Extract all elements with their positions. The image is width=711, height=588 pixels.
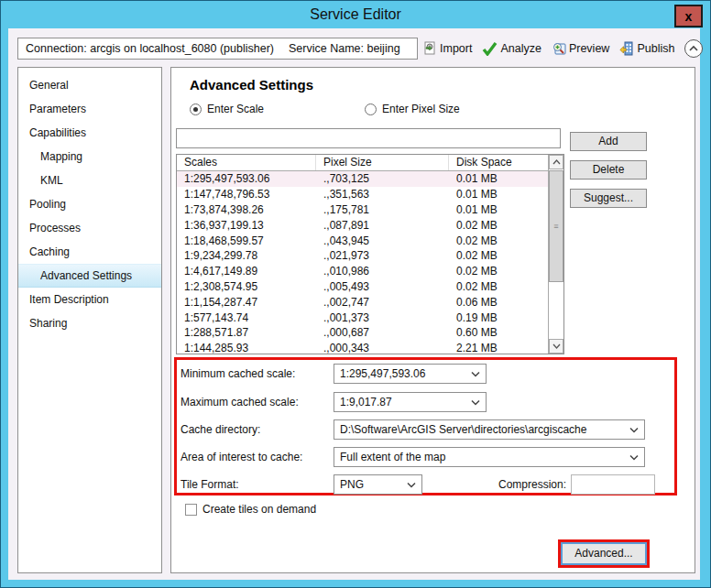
sidebar-item-caching[interactable]: Caching <box>18 240 161 264</box>
table-cell: 1:147,748,796.53 <box>177 188 316 201</box>
import-icon <box>422 41 437 56</box>
min-cached-scale-label: Minimum cached scale: <box>180 367 334 380</box>
tile-format-select[interactable]: PNG <box>334 474 422 495</box>
import-button[interactable]: Import <box>422 41 472 56</box>
table-row[interactable]: 1:144,285.93.,000,3432.21 MB <box>177 341 548 354</box>
table-cell: .,351,563 <box>316 188 449 201</box>
scroll-up-icon[interactable] <box>549 155 563 169</box>
chevron-down-icon <box>629 427 639 433</box>
import-label: Import <box>440 42 472 55</box>
area-of-interest-label: Area of interest to cache: <box>180 451 334 463</box>
table-scrollbar[interactable]: ≡ <box>548 155 563 354</box>
preview-button[interactable]: Preview <box>552 41 609 56</box>
table-row[interactable]: 1:18,468,599.57.,043,9450.02 MB <box>177 233 548 248</box>
table-cell: 1:73,874,398.26 <box>177 203 316 216</box>
analyze-label: Analyze <box>500 42 541 55</box>
min-cached-scale-select[interactable]: 1:295,497,593.06 <box>334 364 487 384</box>
table-cell: 2.21 MB <box>449 342 548 354</box>
max-cached-scale-label: Maximum cached scale: <box>180 396 334 408</box>
titlebar[interactable]: Service Editor <box>1 1 710 28</box>
table-cell: 1:295,497,593.06 <box>177 172 316 185</box>
page-title: Advanced Settings <box>190 77 313 93</box>
sidebar-item-sharing[interactable]: Sharing <box>18 311 161 335</box>
scales-table-header: Scales Pixel Size Disk Space <box>177 155 563 171</box>
table-row[interactable]: 1:2,308,574.95.,005,4930.02 MB <box>177 279 548 295</box>
table-row[interactable]: 1:295,497,593.06.,703,1250.01 MB <box>177 171 548 187</box>
sidebar-item-advanced-settings[interactable]: Advanced Settings <box>18 264 161 288</box>
tile-format-label: Tile Format: <box>180 478 334 491</box>
analyze-check-icon <box>482 42 498 56</box>
compression-input[interactable] <box>571 474 655 495</box>
cache-directory-label: Cache directory: <box>180 423 334 436</box>
column-header-disk-space[interactable]: Disk Space <box>449 155 563 170</box>
sidebar-item-item-description[interactable]: Item Description <box>18 288 161 311</box>
table-cell: 0.02 MB <box>449 280 548 293</box>
sidebar-item-kml[interactable]: KML <box>18 169 161 192</box>
enter-pixel-size-label: Enter Pixel Size <box>382 103 460 115</box>
column-header-pixel-size[interactable]: Pixel Size <box>316 155 449 170</box>
compression-label: Compression: <box>441 478 571 491</box>
table-cell: .,010,986 <box>316 265 449 278</box>
connection-text: Connection: arcgis on localhost_6080 (pu… <box>26 42 274 55</box>
sidebar-item-pooling[interactable]: Pooling <box>18 192 161 216</box>
column-header-scales[interactable]: Scales <box>177 155 316 170</box>
add-button[interactable]: Add <box>570 132 647 151</box>
sidebar-item-general[interactable]: General <box>18 73 161 97</box>
table-cell: .,703,125 <box>316 172 449 185</box>
table-cell: 0.60 MB <box>449 326 548 339</box>
main-panel: Advanced Settings Enter Scale Enter Pixe… <box>170 67 695 573</box>
area-of-interest-select[interactable]: Full extent of the map <box>334 447 645 467</box>
publish-button[interactable]: Publish <box>619 41 674 56</box>
table-cell: .,175,781 <box>316 203 449 216</box>
table-row[interactable]: 1:9,234,299.78.,021,9730.02 MB <box>177 248 548 264</box>
table-cell: 1:2,308,574.95 <box>177 280 316 293</box>
preview-label: Preview <box>569 42 609 55</box>
advanced-button[interactable]: Advanced... <box>561 542 647 565</box>
analyze-button[interactable]: Analyze <box>482 42 541 56</box>
table-row[interactable]: 1:36,937,199.13.,087,8910.02 MB <box>177 217 548 233</box>
collapse-panel-button[interactable] <box>684 39 703 58</box>
enter-scale-radio[interactable] <box>190 103 202 115</box>
max-cached-scale-select[interactable]: 1:9,017.87 <box>334 392 487 412</box>
create-tiles-checkbox[interactable] <box>185 504 197 516</box>
sidebar-item-processes[interactable]: Processes <box>18 216 161 240</box>
table-cell: 1:144,285.93 <box>177 342 316 354</box>
service-editor-window: Service Editor x Connection: arcgis on l… <box>0 0 711 588</box>
cache-directory-select[interactable]: D:\Software\ArcGIS Server\directories\ar… <box>334 419 645 440</box>
scrollbar-thumb[interactable]: ≡ <box>549 170 563 282</box>
chevron-down-icon <box>471 371 480 377</box>
table-row[interactable]: 1:577,143.74.,001,3730.19 MB <box>177 310 548 325</box>
scale-entry-input[interactable] <box>176 128 561 148</box>
sidebar-item-mapping[interactable]: Mapping <box>18 145 161 169</box>
table-cell: .,021,973 <box>316 249 449 262</box>
table-cell: 1:9,234,299.78 <box>177 249 316 262</box>
table-cell: .,000,687 <box>316 326 449 339</box>
sidebar-item-capabilities[interactable]: Capabilities <box>18 121 161 145</box>
table-row[interactable]: 1:147,748,796.53.,351,5630.01 MB <box>177 187 548 202</box>
table-cell: .,002,747 <box>316 296 449 309</box>
create-tiles-label: Create tiles on demand <box>202 503 316 516</box>
scales-table: Scales Pixel Size Disk Space 1:295,497,5… <box>176 154 564 354</box>
enter-pixel-size-radio[interactable] <box>365 103 377 115</box>
table-cell: 1:1,154,287.47 <box>177 296 316 309</box>
table-row[interactable]: 1:4,617,149.89.,010,9860.02 MB <box>177 264 548 279</box>
chevron-down-icon <box>629 454 639 461</box>
sidebar-item-parameters[interactable]: Parameters <box>18 97 161 121</box>
close-icon: x <box>685 9 693 24</box>
table-cell: 0.02 MB <box>449 249 548 262</box>
table-cell: .,043,945 <box>316 234 449 247</box>
suggest-button[interactable]: Suggest... <box>570 189 647 208</box>
chevron-up-circle-icon <box>688 45 699 52</box>
min-cached-scale-row: Minimum cached scale: 1:295,497,593.06 <box>180 364 487 384</box>
publish-label: Publish <box>637 42 674 55</box>
table-row[interactable]: 1:288,571.87.,000,6870.60 MB <box>177 325 548 341</box>
delete-button[interactable]: Delete <box>570 160 647 180</box>
cache-directory-row: Cache directory: D:\Software\ArcGIS Serv… <box>180 419 645 440</box>
table-row[interactable]: 1:1,154,287.47.,002,7470.06 MB <box>177 294 548 310</box>
table-cell: 1:577,143.74 <box>177 311 316 324</box>
client-area: Connection: arcgis on localhost_6080 (pu… <box>8 28 700 580</box>
table-row[interactable]: 1:73,874,398.26.,175,7810.01 MB <box>177 202 548 218</box>
close-button[interactable]: x <box>674 5 703 27</box>
scroll-down-icon[interactable] <box>549 339 563 354</box>
table-cell: 0.01 MB <box>449 188 548 201</box>
